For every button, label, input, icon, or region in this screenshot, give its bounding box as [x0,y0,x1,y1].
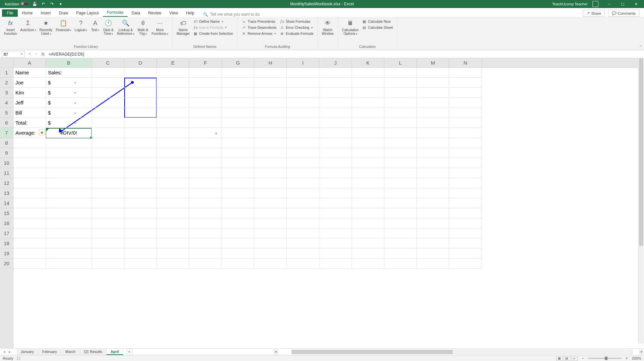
cell[interactable] [124,148,157,158]
cell[interactable] [254,108,287,118]
cell[interactable] [384,259,417,269]
row-header[interactable]: 6 [0,118,13,128]
cell[interactable] [319,118,352,128]
vertical-scrollbar[interactable] [638,58,644,344]
cell[interactable]: Bill [13,108,46,118]
autosum-button[interactable]: Σ AutoSum▾ [19,18,37,44]
cell[interactable] [384,168,417,178]
cell[interactable] [254,118,287,128]
financial-button[interactable]: 📋 Financial▾ [54,18,72,44]
cell[interactable] [92,208,124,218]
cell[interactable] [189,108,222,118]
cell[interactable] [352,248,384,259]
cell[interactable] [254,78,287,88]
formula-input[interactable] [47,52,644,57]
cell[interactable] [92,178,124,188]
tab-page-layout[interactable]: Page Layout [72,9,103,17]
cell[interactable] [13,138,46,148]
cell[interactable] [352,228,384,238]
cell[interactable] [352,78,384,88]
cell[interactable] [352,188,384,198]
hscroll-right-icon[interactable]: ► [639,350,644,354]
cell[interactable] [157,98,189,108]
cell[interactable] [254,248,287,259]
scrollbar-thumb[interactable] [639,58,643,246]
row-header[interactable]: 16 [0,218,13,228]
row-header[interactable]: 9 [0,148,13,158]
sheet-tab[interactable]: February [38,349,61,355]
cell[interactable] [287,168,319,178]
row-header[interactable]: 2 [0,78,13,88]
cell[interactable] [287,228,319,238]
calculate-now-button[interactable]: ▦Calculate Now [361,19,394,24]
cell[interactable] [254,198,287,208]
cell[interactable] [417,259,449,269]
cell[interactable] [287,218,319,228]
cell[interactable] [319,238,352,248]
cell[interactable] [384,198,417,208]
row-header[interactable]: 11 [0,168,13,178]
cell[interactable] [222,259,254,269]
trace-precedents-button[interactable]: ↘Trace Precedents [240,19,278,24]
cell[interactable]: Joe [13,78,46,88]
cell[interactable] [384,178,417,188]
cell[interactable] [157,208,189,218]
tab-draw[interactable]: Draw [55,9,72,17]
cell[interactable] [222,68,254,78]
cell[interactable]: $- [46,78,92,88]
cell[interactable] [46,248,92,259]
row-header[interactable]: 14 [0,198,13,208]
cell[interactable] [319,198,352,208]
cell[interactable] [157,188,189,198]
cell[interactable] [287,98,319,108]
hscroll-left-icon[interactable]: ◄ [273,350,278,354]
fx-icon[interactable]: fx [42,52,45,57]
cell[interactable] [352,178,384,188]
error-checking-button[interactable]: ⚠Error Checking▾ [278,25,315,30]
cell[interactable] [384,158,417,168]
cell[interactable] [352,148,384,158]
cell[interactable] [124,128,157,138]
cell[interactable] [46,208,92,218]
horizontal-scrollbar[interactable] [292,350,633,354]
cell[interactable] [287,138,319,148]
math-trig-button[interactable]: θ Math & Trig▾ [136,18,150,44]
row-header[interactable]: 4 [0,98,13,108]
cell[interactable] [352,108,384,118]
cell[interactable] [157,128,189,138]
name-box[interactable]: B7 ▾ [1,51,25,58]
cell[interactable] [254,188,287,198]
cell[interactable] [449,259,482,269]
remove-arrows-button[interactable]: ✕Remove Arrows▾ [240,31,278,36]
cell[interactable] [157,259,189,269]
evaluate-formula-button[interactable]: ⊕Evaluate Formula [278,31,315,36]
cell[interactable] [319,78,352,88]
cell[interactable] [449,228,482,238]
cell[interactable] [92,98,124,108]
cell[interactable] [124,108,157,118]
cell[interactable] [449,128,482,138]
cell[interactable] [449,108,482,118]
cell[interactable] [92,158,124,168]
cell[interactable] [157,148,189,158]
insert-function-button[interactable]: fx Insert Function [3,18,18,44]
user-avatar-icon[interactable] [592,1,598,7]
cell[interactable] [287,118,319,128]
cell[interactable] [254,178,287,188]
cell[interactable] [189,228,222,238]
column-header[interactable]: G [222,58,254,67]
cell[interactable] [189,88,222,98]
cell[interactable] [449,218,482,228]
cell[interactable] [287,188,319,198]
cell[interactable] [319,158,352,168]
date-time-button[interactable]: 🕐 Date & Time▾ [102,18,115,44]
name-manager-button[interactable]: 🏷 Name Manager [175,18,191,44]
row-header[interactable]: 20 [0,259,13,269]
add-sheet-button[interactable]: + [126,349,133,355]
cell[interactable] [417,98,449,108]
cell[interactable] [13,188,46,198]
cell[interactable] [384,228,417,238]
cell[interactable] [287,238,319,248]
collapse-ribbon-icon[interactable]: ⌃ [639,45,642,49]
cell[interactable] [13,248,46,259]
